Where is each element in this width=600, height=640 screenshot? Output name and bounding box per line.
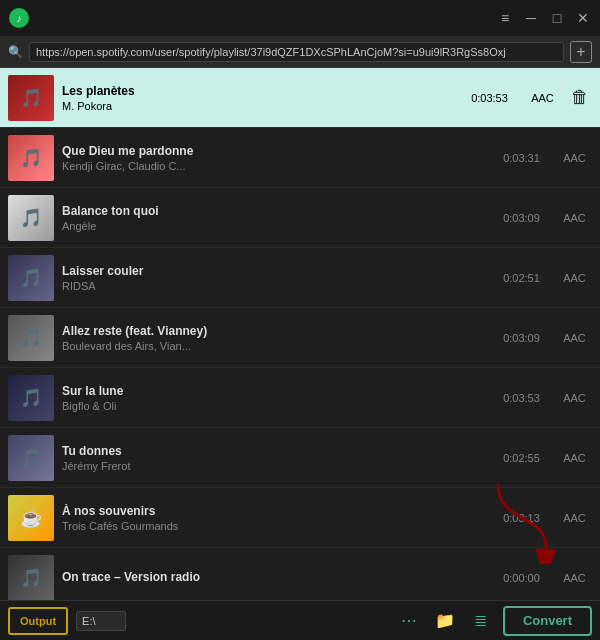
track-delete-button[interactable]: 🗑	[568, 86, 592, 110]
track-artist: Kendji Girac, Claudio C...	[62, 160, 486, 172]
track-item[interactable]: 🎵On trace – Version radio0:00:00AAC	[0, 548, 600, 608]
track-format: AAC	[557, 392, 592, 404]
track-duration: 0:00:00	[494, 572, 549, 584]
track-title: Les planètes	[62, 84, 454, 98]
url-icon: 🔍	[8, 45, 23, 59]
track-title: Allez reste (feat. Vianney)	[62, 324, 486, 338]
track-title: Laisser couler	[62, 264, 486, 278]
track-item[interactable]: 🎵Les planètesM. Pokora0:03:53AAC🗑	[0, 68, 600, 128]
track-thumbnail: 🎵	[8, 195, 54, 241]
track-title: Que Dieu me pardonne	[62, 144, 486, 158]
track-artist: Boulevard des Airs, Vian...	[62, 340, 486, 352]
app-icon: ♪	[8, 7, 30, 29]
track-artist: Trois Cafés Gourmands	[62, 520, 486, 532]
svg-text:♪: ♪	[17, 13, 22, 24]
track-thumbnail: 🎵	[8, 315, 54, 361]
track-format: AAC	[557, 272, 592, 284]
track-thumbnail: 🎵	[8, 435, 54, 481]
url-input[interactable]	[29, 42, 564, 62]
track-info: Allez reste (feat. Vianney)Boulevard des…	[62, 324, 486, 352]
track-artist: Bigflo & Oli	[62, 400, 486, 412]
track-info: Laisser coulerRIDSA	[62, 264, 486, 292]
track-info: À nos souvenirsTrois Cafés Gourmands	[62, 504, 486, 532]
minimize-button[interactable]: ─	[522, 10, 540, 26]
output-button[interactable]: Output	[8, 607, 68, 635]
track-info: On trace – Version radio	[62, 570, 486, 586]
track-info: Les planètesM. Pokora	[62, 84, 454, 112]
track-duration: 0:03:09	[494, 332, 549, 344]
track-thumbnail: 🎵	[8, 555, 54, 601]
track-item[interactable]: 🎵Tu donnesJérémy Frerot0:02:55AAC	[0, 428, 600, 488]
track-format: AAC	[557, 212, 592, 224]
track-item[interactable]: 🎵Sur la luneBigflo & Oli0:03:53AAC	[0, 368, 600, 428]
title-bar-controls: ≡ ─ □ ✕	[496, 10, 592, 26]
add-url-button[interactable]: +	[570, 41, 592, 63]
folder-button[interactable]: 📁	[431, 607, 459, 635]
track-format: AAC	[557, 452, 592, 464]
track-format: AAC	[525, 92, 560, 104]
track-artist: M. Pokora	[62, 100, 454, 112]
track-duration: 0:02:51	[494, 272, 549, 284]
track-item[interactable]: 🎵Allez reste (feat. Vianney)Boulevard de…	[0, 308, 600, 368]
track-duration: 0:03:31	[494, 152, 549, 164]
track-info: Balance ton quoiAngèle	[62, 204, 486, 232]
track-duration: 0:03:13	[494, 512, 549, 524]
track-format: AAC	[557, 572, 592, 584]
track-thumbnail: 🎵	[8, 75, 54, 121]
track-thumbnail: 🎵	[8, 255, 54, 301]
track-item[interactable]: 🎵Balance ton quoiAngèle0:03:09AAC	[0, 188, 600, 248]
track-info: Tu donnesJérémy Frerot	[62, 444, 486, 472]
convert-button[interactable]: Convert	[503, 606, 592, 636]
track-thumbnail: ☕	[8, 495, 54, 541]
maximize-button[interactable]: □	[548, 10, 566, 26]
track-item[interactable]: 🎵Laisser coulerRIDSA0:02:51AAC	[0, 248, 600, 308]
track-thumbnail: 🎵	[8, 375, 54, 421]
list-button[interactable]: ≣	[467, 607, 495, 635]
track-title: Sur la lune	[62, 384, 486, 398]
more-options-button[interactable]: ⋯	[395, 607, 423, 635]
track-item[interactable]: ☕À nos souvenirsTrois Cafés Gourmands0:0…	[0, 488, 600, 548]
track-artist: RIDSA	[62, 280, 486, 292]
bottom-bar: Output ⋯ 📁 ≣ Convert	[0, 600, 600, 640]
title-bar-left: ♪	[8, 7, 30, 29]
menu-icon[interactable]: ≡	[496, 10, 514, 26]
title-bar: ♪ ≡ ─ □ ✕	[0, 0, 600, 36]
track-title: À nos souvenirs	[62, 504, 486, 518]
track-artist: Angèle	[62, 220, 486, 232]
track-thumbnail: 🎵	[8, 135, 54, 181]
track-title: Tu donnes	[62, 444, 486, 458]
track-title: On trace – Version radio	[62, 570, 486, 584]
track-format: AAC	[557, 512, 592, 524]
url-bar: 🔍 +	[0, 36, 600, 68]
close-button[interactable]: ✕	[574, 10, 592, 26]
track-duration: 0:03:53	[494, 392, 549, 404]
track-duration: 0:03:53	[462, 92, 517, 104]
track-duration: 0:03:09	[494, 212, 549, 224]
track-list: 🎵Les planètesM. Pokora0:03:53AAC🗑🎵Que Di…	[0, 68, 600, 608]
track-format: AAC	[557, 332, 592, 344]
track-item[interactable]: 🎵Que Dieu me pardonneKendji Girac, Claud…	[0, 128, 600, 188]
track-title: Balance ton quoi	[62, 204, 486, 218]
track-format: AAC	[557, 152, 592, 164]
track-info: Sur la luneBigflo & Oli	[62, 384, 486, 412]
track-duration: 0:02:55	[494, 452, 549, 464]
path-input[interactable]	[76, 611, 126, 631]
track-artist: Jérémy Frerot	[62, 460, 486, 472]
track-info: Que Dieu me pardonneKendji Girac, Claudi…	[62, 144, 486, 172]
